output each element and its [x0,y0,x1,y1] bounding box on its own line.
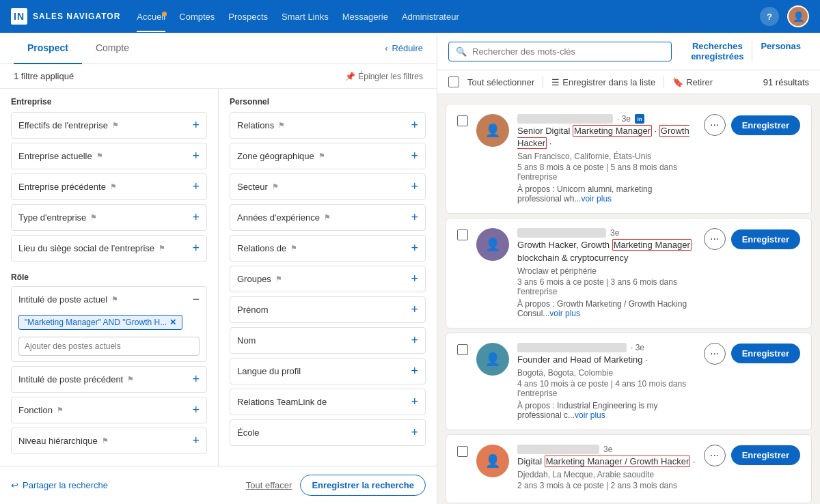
add-effectifs-icon[interactable]: + [192,118,200,132]
filter-secteur[interactable]: Secteur ⚑ + [230,173,426,200]
enregistrer-button-1[interactable]: Enregistrer [731,115,800,135]
add-postes-input[interactable] [18,337,200,356]
result-avatar-3: 👤 [476,343,509,376]
tab-prospect[interactable]: Prospect [14,33,82,64]
nav-smartlinks[interactable]: Smart Links [282,12,329,22]
filter-rd-label: Relations de [237,243,286,253]
saved-searches-link[interactable]: Recherches enregistrées [683,41,752,61]
search-input[interactable] [472,46,664,57]
nav-prospects[interactable]: Prospects [228,12,268,22]
search-input-wrap[interactable]: 🔍 [448,42,672,61]
collapse-ia-icon[interactable]: − [192,292,200,307]
result-degree-1: · 3e [617,114,631,124]
nav-administrateur[interactable]: Administrateur [402,12,459,22]
filter-ecole[interactable]: École + [230,419,426,446]
filter-niveau[interactable]: Niveau hiérarchique ⚑ + [11,428,207,454]
filter-teamlink[interactable]: Relations TeamLink de + [230,389,426,415]
add-fonction-icon[interactable]: + [192,403,200,417]
nav-links: Accueil Comptes Prospects Smart Links Me… [137,12,743,22]
avatar[interactable]: 👤 [787,5,809,27]
filter-ecole-label: École [237,428,260,438]
pin-icon-niveau: ⚑ [102,436,109,445]
result-name-4[interactable] [517,445,599,454]
add-te-icon[interactable]: + [192,210,200,225]
pin-label: Épingler les filtres [358,72,423,81]
result-checkbox-2[interactable] [457,229,468,240]
add-ss-icon[interactable]: + [192,241,200,255]
result-degree-4: 3e [603,445,612,454]
result-title-4: Digital Marketing Manager / Growth Hacke… [517,456,696,468]
enregistrer-button-2[interactable]: Enregistrer [731,229,800,249]
result-checkbox-1[interactable] [457,115,468,126]
add-niveau-icon[interactable]: + [192,434,200,448]
share-icon: ↩ [11,480,18,490]
filter-prenom[interactable]: Prénom + [230,296,426,323]
filter-entreprise-precedente[interactable]: Entreprise précédente ⚑ + [11,173,207,200]
add-ecole-icon[interactable]: + [411,425,418,440]
result-checkbox-3[interactable] [457,344,468,355]
add-ip-icon[interactable]: + [192,372,200,387]
brand-logo[interactable]: in SALES NAVIGATOR [11,8,120,25]
add-nom-icon[interactable]: + [411,333,418,348]
add-secteur-icon[interactable]: + [411,180,418,194]
result-name-3[interactable] [517,343,627,352]
remove-action[interactable]: 🔖 Retirer [672,77,713,87]
filter-entreprise-actuelle[interactable]: Entreprise actuelle ⚑ + [11,143,207,169]
enregistrer-button-4[interactable]: Enregistrer [731,445,800,465]
filter-zone-geo[interactable]: Zone géographique ⚑ + [230,143,426,169]
add-rd-icon[interactable]: + [411,241,418,255]
filter-intitule-actuel-header[interactable]: Intitulé de poste actuel ⚑ − [12,287,206,312]
more-options-button-2[interactable]: ··· [704,228,726,250]
filter-prenom-label: Prénom [237,305,269,315]
result-name-2[interactable] [517,228,606,238]
filter-intitule-precedent[interactable]: Intitulé de poste précédent ⚑ + [11,366,207,393]
remove-tag-icon[interactable]: ✕ [169,318,176,327]
voir-plus-1[interactable]: voir plus [581,194,612,204]
add-langue-icon[interactable]: + [411,364,418,378]
add-relations-icon[interactable]: + [411,118,418,132]
share-search-link[interactable]: ↩ Partager la recherche [11,480,108,490]
voir-plus-3[interactable]: voir plus [575,410,605,420]
tab-compte[interactable]: Compte [82,33,143,64]
filter-fonction[interactable]: Fonction ⚑ + [11,397,207,423]
add-prenom-icon[interactable]: + [411,303,418,317]
filter-nom[interactable]: Nom + [230,327,426,354]
add-groupes-icon[interactable]: + [411,272,418,286]
add-ep-icon[interactable]: + [192,180,200,194]
result-name-1[interactable] [517,114,613,124]
filter-relations[interactable]: Relations ⚑ + [230,112,426,139]
main-layout: Prospect Compte ‹ Réduire 1 filtre appli… [0,33,820,504]
more-options-button-4[interactable]: ··· [704,445,726,466]
nav-accueil[interactable]: Accueil [137,12,165,22]
help-icon[interactable]: ? [760,7,779,26]
pin-filters-button[interactable]: 📌 Épingler les filtres [345,72,423,81]
voir-plus-2[interactable]: voir plus [549,309,580,318]
nav-messagerie[interactable]: Messagerie [342,12,388,22]
filter-tag-marketing[interactable]: "Marketing Manager" AND "Growth H... ✕ [18,315,182,330]
select-all-checkbox[interactable] [448,76,459,87]
result-checkbox-4[interactable] [457,446,468,457]
add-tl-icon[interactable]: + [411,395,418,409]
filter-annees-experience[interactable]: Années d'expérience ⚑ + [230,204,426,231]
filter-type-entreprise[interactable]: Type d'entreprise ⚑ + [11,204,207,231]
more-options-button-1[interactable]: ··· [704,114,726,136]
nav-comptes[interactable]: Comptes [179,12,215,22]
filter-langue[interactable]: Langue du profil + [230,358,426,384]
add-ae-icon[interactable]: + [411,210,418,225]
add-zg-icon[interactable]: + [411,149,418,163]
filter-groupes[interactable]: Groupes ⚑ + [230,266,426,292]
add-ea-icon[interactable]: + [192,149,200,163]
collapse-button[interactable]: ‹ Réduire [385,43,423,53]
filter-siege-social[interactable]: Lieu du siège social de l'entreprise ⚑ + [11,235,207,262]
personas-link[interactable]: Personas [752,41,809,51]
filter-effectifs[interactable]: Effectifs de l'entreprise ⚑ + [11,112,207,139]
save-list-action[interactable]: ☰ Enregistrer dans la liste [551,77,655,87]
select-all-label[interactable]: Tout sélectionner [467,77,534,87]
pin-icon-rd: ⚑ [290,244,297,253]
more-options-button-3[interactable]: ··· [704,343,726,365]
linkedin-open-icon-1[interactable]: in [635,114,644,124]
clear-all-button[interactable]: Tout effacer [246,480,292,490]
enregistrer-button-3[interactable]: Enregistrer [731,344,800,363]
save-search-button[interactable]: Enregistrer la recherche [300,475,426,496]
filter-relations-de[interactable]: Relations de ⚑ + [230,235,426,262]
